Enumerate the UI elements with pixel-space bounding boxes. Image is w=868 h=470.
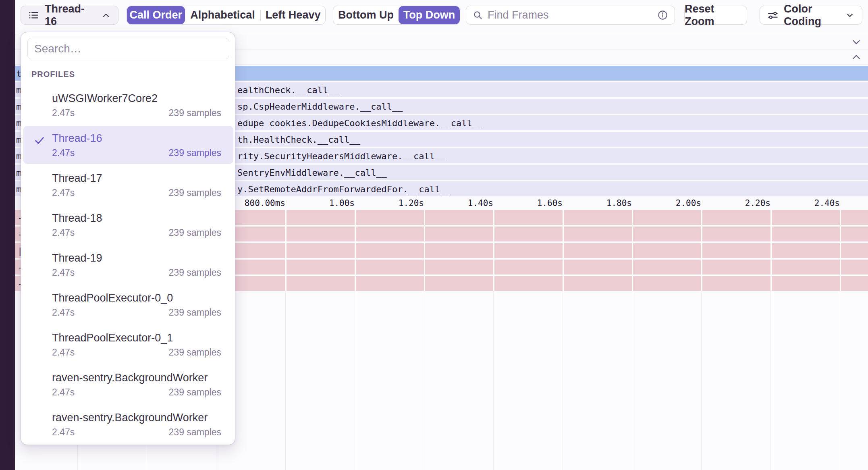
frame-label: th.HealthCheck.__call__ bbox=[237, 134, 360, 144]
checkmark-icon bbox=[34, 135, 45, 148]
time-axis-tick-label: 1.60s bbox=[537, 198, 563, 208]
time-axis-tick-label: 800.00ms bbox=[245, 198, 285, 208]
gridline bbox=[563, 291, 563, 470]
frame-label: ealthCheck.__call__ bbox=[237, 85, 339, 95]
profile-item-duration: 2.47s bbox=[52, 148, 75, 158]
profile-item-name: uWSGIWorker7Core2 bbox=[52, 92, 158, 105]
profile-item-samples: 239 samples bbox=[169, 148, 221, 158]
profile-item-duration: 2.47s bbox=[52, 387, 75, 398]
profile-item-name: Thread-17 bbox=[52, 172, 102, 185]
sort-option-alphabetical[interactable]: Alphabetical bbox=[185, 6, 261, 24]
toolbar: Thread-16 Call Order Alphabetical Left H… bbox=[15, 0, 868, 34]
gridline-gap bbox=[355, 227, 356, 241]
profile-item-name: Thread-19 bbox=[52, 252, 102, 264]
gridline-gap bbox=[840, 210, 841, 225]
profile-item-duration: 2.47s bbox=[52, 108, 75, 119]
gridline-gap bbox=[701, 243, 702, 258]
frame-label: y.SetRemoteAddrFromForwardedFor.__call__ bbox=[237, 184, 451, 194]
profile-item-name: ThreadPoolExecutor-0_1 bbox=[52, 332, 173, 344]
profile-item-samples: 239 samples bbox=[169, 108, 221, 119]
gridline-gap bbox=[424, 210, 425, 225]
frame-label: edupe_cookies.DedupeCookiesMiddleware.__… bbox=[237, 118, 483, 128]
gridline-gap bbox=[770, 243, 772, 258]
gridline-gap bbox=[563, 276, 564, 291]
profile-item-duration: 2.47s bbox=[52, 187, 75, 198]
gridline-gap bbox=[632, 243, 633, 258]
gridline-gap bbox=[355, 210, 356, 225]
profile-item-samples: 239 samples bbox=[169, 427, 221, 438]
gridline-gap bbox=[840, 260, 841, 275]
profile-item-thread-17[interactable]: Thread-172.47s239 samples bbox=[21, 165, 236, 205]
gridline-gap bbox=[563, 227, 564, 241]
time-axis-tick-label: 1.40s bbox=[468, 198, 493, 208]
gridline bbox=[840, 291, 840, 470]
direction-option-top-down[interactable]: Top Down bbox=[399, 6, 460, 24]
chevron-up-icon[interactable] bbox=[851, 52, 862, 62]
info-icon[interactable] bbox=[657, 10, 668, 21]
thread-dropdown: PROFILES uWSGIWorker7Core22.47s239 sampl… bbox=[21, 32, 235, 445]
sort-segmented-control: Call Order Alphabetical Left Heavy bbox=[127, 6, 326, 25]
time-axis-tick-label: 2.40s bbox=[814, 198, 840, 208]
gridline-gap bbox=[285, 260, 287, 275]
gridline-gap bbox=[840, 227, 841, 241]
gridline-gap bbox=[285, 276, 287, 291]
profile-item-name: Thread-16 bbox=[52, 132, 102, 145]
search-icon bbox=[473, 10, 483, 20]
chevron-down-icon[interactable] bbox=[851, 37, 862, 47]
sliders-icon bbox=[767, 10, 779, 21]
gridline-gap bbox=[563, 243, 564, 258]
reset-zoom-button[interactable]: Reset Zoom bbox=[684, 6, 747, 25]
gridline-gap bbox=[493, 260, 494, 275]
profile-item-threadpoolexecutor-0-1[interactable]: ThreadPoolExecutor-0_12.47s239 samples bbox=[21, 324, 236, 364]
gridline-gap bbox=[701, 276, 702, 291]
gridline bbox=[493, 291, 494, 470]
profile-item-thread-19[interactable]: Thread-192.47s239 samples bbox=[21, 245, 236, 285]
time-axis-tick-label: 1.00s bbox=[329, 198, 355, 208]
find-frames-search bbox=[466, 6, 675, 25]
gridline-gap bbox=[355, 260, 356, 275]
gridline-gap bbox=[632, 260, 633, 275]
thread-selector-button[interactable]: Thread-16 bbox=[21, 6, 118, 25]
frame-label: rity.SecurityHeadersMiddleware.__call__ bbox=[237, 151, 446, 161]
gridline-gap bbox=[424, 276, 425, 291]
profile-item-raven-sentry-backgroundworker[interactable]: raven-sentry.BackgroundWorker2.47s239 sa… bbox=[21, 404, 236, 444]
chevron-up-icon bbox=[101, 10, 111, 20]
gridline-gap bbox=[285, 210, 287, 225]
frame-label: SentryEnvMiddleware.__call__ bbox=[237, 167, 387, 177]
profile-item-uwsgiworker7core2[interactable]: uWSGIWorker7Core22.47s239 samples bbox=[21, 85, 236, 125]
profile-item-raven-sentry-backgroundworker[interactable]: raven-sentry.BackgroundWorker2.47s239 sa… bbox=[21, 364, 236, 404]
gridline-gap bbox=[770, 276, 772, 291]
gridline-gap bbox=[840, 276, 841, 291]
gridline bbox=[285, 291, 286, 470]
gridline bbox=[424, 291, 424, 470]
direction-option-bottom-up[interactable]: Bottom Up bbox=[333, 6, 399, 24]
profiles-list: uWSGIWorker7Core22.47s239 samplesThread-… bbox=[21, 85, 236, 444]
gridline-gap bbox=[701, 227, 702, 241]
profile-item-duration: 2.47s bbox=[52, 227, 75, 238]
find-frames-input[interactable] bbox=[488, 9, 652, 21]
app-sidebar[interactable] bbox=[0, 0, 15, 470]
gridline-gap bbox=[493, 227, 494, 241]
gridline-gap bbox=[840, 243, 841, 258]
dropdown-search-input[interactable] bbox=[34, 42, 222, 55]
sort-option-left-heavy[interactable]: Left Heavy bbox=[261, 6, 325, 24]
gridline bbox=[770, 291, 771, 470]
sort-option-call-order[interactable]: Call Order bbox=[127, 6, 185, 24]
gridline-gap bbox=[632, 210, 633, 225]
profile-item-duration: 2.47s bbox=[52, 267, 75, 278]
gridline-gap bbox=[632, 227, 633, 241]
gridline-gap bbox=[424, 243, 425, 258]
profiles-section-label: PROFILES bbox=[31, 70, 75, 79]
profile-item-thread-16[interactable]: Thread-162.47s239 samples bbox=[21, 125, 236, 165]
profile-item-thread-18[interactable]: Thread-182.47s239 samples bbox=[21, 205, 236, 245]
profile-item-threadpoolexecutor-0-0[interactable]: ThreadPoolExecutor-0_02.47s239 samples bbox=[21, 285, 236, 324]
profile-item-duration: 2.47s bbox=[52, 427, 75, 438]
chevron-down-icon bbox=[845, 10, 855, 20]
color-coding-button[interactable]: Color Coding bbox=[760, 6, 862, 25]
color-coding-label: Color Coding bbox=[784, 3, 840, 28]
reset-zoom-label: Reset Zoom bbox=[685, 3, 747, 28]
gridline-gap bbox=[493, 243, 494, 258]
gridline-gap bbox=[632, 276, 633, 291]
frame-label: sp.CspHeaderMiddleware.__call__ bbox=[237, 101, 403, 111]
gridline-gap bbox=[424, 260, 425, 275]
